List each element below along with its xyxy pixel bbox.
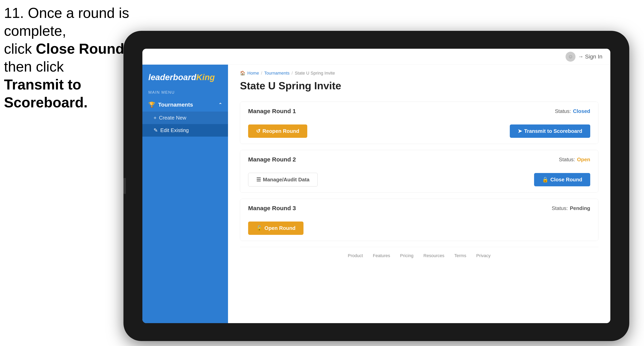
instruction-line1: 11. Once a round is complete, — [4, 5, 129, 39]
instruction-bold1: Close Round — [36, 41, 124, 57]
transmit-label: Transmit to Scoreboard — [524, 128, 582, 134]
round-1-status-label: Status: — [555, 108, 571, 114]
breadcrumb-sep1: / — [261, 71, 262, 76]
manage-audit-data-button[interactable]: ☰ Manage/Audit Data — [248, 173, 318, 186]
round-3-status-label: Status: — [552, 205, 568, 211]
round-3-status-area: Status: Pending — [552, 205, 590, 211]
sidebar-item-create-new[interactable]: + Create New — [142, 112, 228, 124]
open-round-button[interactable]: 🔓 Open Round — [248, 221, 304, 235]
footer-pricing-link[interactable]: Pricing — [400, 253, 414, 258]
reopen-icon: ↺ — [256, 128, 260, 134]
logo: leaderboardKing — [148, 73, 222, 82]
open-round-label: Open Round — [264, 225, 296, 231]
round-2-header: Manage Round 2 Status: Open — [240, 150, 598, 169]
tablet-device: ☺ → Sign In leaderboardKing MAIN MENU 🏆 … — [124, 31, 629, 341]
edit-icon: ✎ — [154, 127, 158, 133]
breadcrumb-home-link[interactable]: Home — [247, 71, 259, 76]
instruction-line2: click — [4, 41, 36, 57]
audit-icon: ☰ — [256, 176, 261, 183]
footer: Product Features Pricing Resources Terms… — [240, 247, 598, 264]
round-3-status-value: Pending — [570, 205, 590, 211]
transmit-icon: ➤ — [518, 128, 522, 134]
round-2-status-label: Status: — [559, 157, 575, 163]
breadcrumb: 🏠 Home / Tournaments / State U Spring In… — [240, 71, 598, 76]
breadcrumb-tournaments-link[interactable]: Tournaments — [264, 71, 290, 76]
trophy-icon: 🏆 — [148, 101, 155, 108]
footer-features-link[interactable]: Features — [373, 253, 390, 258]
footer-resources-link[interactable]: Resources — [423, 253, 444, 258]
round-3-actions: 🔓 Open Round — [240, 217, 598, 241]
user-avatar-icon: ☺ — [566, 52, 576, 62]
instruction-bold2: Transmit to Scoreboard. — [4, 77, 88, 110]
tablet-screen: ☺ → Sign In leaderboardKing MAIN MENU 🏆 … — [142, 49, 610, 323]
main-layout: leaderboardKing MAIN MENU 🏆 Tournaments … — [142, 65, 610, 323]
sidebar-item-edit-existing[interactable]: ✎ Edit Existing — [142, 124, 228, 137]
reopen-round-label: Reopen Round — [262, 128, 299, 134]
round-1-status-area: Status: Closed — [555, 108, 590, 114]
plus-icon: + — [154, 115, 156, 121]
chevron-down-icon: ⌃ — [218, 102, 222, 107]
main-menu-label: MAIN MENU — [142, 90, 228, 95]
breadcrumb-home-icon: 🏠 — [240, 71, 245, 76]
create-new-label: Create New — [159, 115, 186, 121]
round-1-status-value: Closed — [573, 108, 590, 114]
footer-product-link[interactable]: Product — [348, 253, 363, 258]
top-bar: ☺ → Sign In — [142, 49, 610, 65]
round-3-title: Manage Round 3 — [248, 205, 296, 212]
round-1-header: Manage Round 1 Status: Closed — [240, 102, 598, 121]
round-2-title: Manage Round 2 — [248, 156, 296, 163]
round-2-actions: ☰ Manage/Audit Data 🔒 Close Round — [240, 169, 598, 192]
close-icon: 🔒 — [542, 176, 548, 183]
sidebar-submenu: + Create New ✎ Edit Existing — [142, 112, 228, 137]
logo-area: leaderboardKing — [142, 69, 228, 86]
edit-existing-label: Edit Existing — [160, 127, 189, 133]
round-2-status-area: Status: Open — [559, 157, 590, 163]
round-3-section: Manage Round 3 Status: Pending 🔓 Open Ro… — [240, 199, 598, 241]
close-round-button[interactable]: 🔒 Close Round — [534, 173, 590, 186]
footer-privacy-link[interactable]: Privacy — [476, 253, 490, 258]
manage-audit-label: Manage/Audit Data — [263, 176, 310, 183]
page-title: State U Spring Invite — [240, 80, 598, 92]
round-1-title: Manage Round 1 — [248, 108, 296, 115]
round-1-actions: ↺ Reopen Round ➤ Transmit to Scoreboard — [240, 121, 598, 144]
round-2-status-value: Open — [577, 157, 590, 163]
transmit-to-scoreboard-button[interactable]: ➤ Transmit to Scoreboard — [510, 125, 590, 138]
breadcrumb-current: State U Spring Invite — [295, 71, 335, 76]
close-round-label: Close Round — [550, 176, 582, 183]
sidebar-tournaments-label: Tournaments — [158, 102, 193, 108]
open-icon: 🔓 — [256, 225, 262, 231]
round-3-header: Manage Round 3 Status: Pending — [240, 199, 598, 217]
main-content: 🏠 Home / Tournaments / State U Spring In… — [228, 65, 610, 323]
breadcrumb-sep2: / — [292, 71, 293, 76]
round-1-section: Manage Round 1 Status: Closed ↺ Reopen R… — [240, 102, 598, 144]
reopen-round-button[interactable]: ↺ Reopen Round — [248, 125, 307, 138]
sidebar-item-tournaments[interactable]: 🏆 Tournaments ⌃ — [142, 98, 228, 112]
sign-in-area[interactable]: ☺ → Sign In — [566, 52, 602, 62]
footer-terms-link[interactable]: Terms — [454, 253, 466, 258]
sign-in-label[interactable]: → Sign In — [578, 53, 602, 60]
sidebar: leaderboardKing MAIN MENU 🏆 Tournaments … — [142, 65, 228, 323]
instruction-line3: then click — [4, 59, 64, 75]
logo-king: King — [196, 73, 215, 82]
round-2-section: Manage Round 2 Status: Open ☰ Manage/Aud… — [240, 150, 598, 193]
logo-leaderboard: leaderboard — [148, 73, 196, 82]
